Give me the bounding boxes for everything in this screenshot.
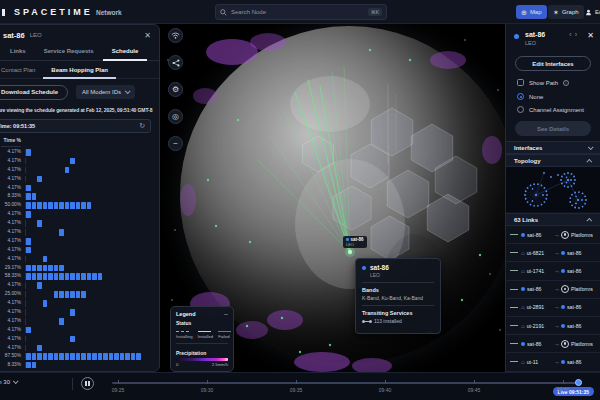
timeline-window-dropdown[interactable]: min 30 [0,379,17,385]
section-topology[interactable]: Topology [506,154,600,167]
map-settings-button[interactable]: ⚙ [168,82,183,97]
legend-status-item: Failed [218,329,231,339]
close-icon[interactable]: ✕ [587,31,594,40]
satellite-dot-icon [561,324,565,328]
recenter-button[interactable]: ◎ [168,109,183,124]
next-icon[interactable]: › [575,31,580,38]
panel-subtitle: LEO [30,32,42,38]
beam-row-time-pct: 4.17% [1,300,21,305]
info-icon: i [563,80,569,86]
refresh-icon[interactable]: ↻ [139,122,145,130]
beam-row-slots [25,193,157,200]
view-toggle-graph[interactable]: ✶ Graph [548,5,584,19]
tab-service-requests[interactable]: Service Requests [35,43,103,61]
beam-slot [70,158,75,165]
tab-links[interactable]: Links [1,43,35,61]
topology-share-button[interactable] [168,55,183,70]
beam-chart-row: 4.17% [0,299,157,308]
link-color-dash [510,325,518,326]
legend-precipitation-label: Precipitation [176,350,228,356]
detail-subtitle: LEO [525,40,536,46]
beam-row-time-pct: 4.17% [1,176,21,181]
download-schedule-button[interactable]: Download Schedule [0,85,68,100]
link-row[interactable]: ⌂ut-6821→sat-86 [506,244,600,262]
beam-slot [26,353,31,360]
transiting-services-value: 113 installed [374,318,402,324]
beam-slot [109,353,114,360]
section-interfaces[interactable]: Interfaces [506,141,600,154]
map-canvas[interactable]: ⚙ ◎ − sat-86 LEO sat-86 LEO Bands K-Band… [160,24,505,372]
timeline-slider[interactable] [112,382,580,384]
beam-chart-row: 4.17% [0,148,157,157]
link-endpoint: sat-86 [521,286,553,292]
satellite-map-label[interactable]: sat-86 LEO [343,236,367,248]
timeline-bar: min 30 Live 09:51:35 09:2509:3009:3509:4… [0,372,600,400]
beam-slot [70,202,75,209]
link-row[interactable]: ⌂ut-11→sat-86 [506,353,600,371]
pause-button[interactable] [81,377,94,390]
edit-interfaces-button[interactable]: Edit Interfaces [515,56,591,71]
beam-slot [26,327,31,334]
beam-row-time-pct: 4.17% [1,211,21,216]
timeline-tick [207,380,208,384]
link-row[interactable]: ⌂ut-2891→sat-86 [506,299,600,317]
subtab-contact-plan[interactable]: Contact Plan [0,62,43,79]
link-color-dash [510,361,518,362]
zoom-out-button[interactable]: − [168,136,183,151]
precip-min: 0 [176,362,178,367]
satellite-dot-icon [362,266,366,270]
beam-slot [59,353,64,360]
beam-row-slots [25,265,157,272]
radio-none[interactable] [517,93,524,100]
beam-slot [59,318,64,325]
transiting-services-label: Transiting Services [362,310,434,316]
terminal-icon: ⌂ [521,323,525,329]
link-endpoint-label: ut-2891 [527,304,545,310]
links-list[interactable]: sat-86→Platforms⌂ut-6821→sat-86⌂ut-1741→… [506,226,600,372]
modem-filter-dropdown[interactable]: All Modem IDs [76,85,135,99]
legend-collapse-button[interactable]: – [224,312,228,316]
timeline-tick [474,380,475,384]
close-icon[interactable]: ✕ [144,31,151,40]
radio-channel-assignment[interactable] [517,106,524,113]
subtab-beam-hopping-plan[interactable]: Beam Hopping Plan [43,62,116,79]
search-input[interactable]: Search Node ⌘K [215,4,387,20]
schedule-time-value: Time: 09:51:35 [0,123,35,129]
legend-status-name: Failed [218,334,231,339]
link-endpoint: sat-86 [521,341,553,347]
link-row[interactable]: ⌂ut-2191→sat-86 [506,317,600,335]
view-toggle-editor[interactable]: Editor [580,5,600,19]
show-path-checkbox[interactable] [517,79,524,86]
link-row[interactable]: sat-86→Platforms [506,281,600,299]
view-toggle-map[interactable]: ⊕ Map [516,5,547,19]
link-row[interactable]: ⌂ut-1741→sat-86 [506,262,600,280]
show-path-option[interactable]: Show Path i [517,79,569,86]
timeline-playhead[interactable] [575,379,582,386]
beam-chart-row: 4.17% [0,237,157,246]
beam-row-time-pct: 4.17% [1,229,21,234]
tab-schedule[interactable]: Schedule [103,43,148,61]
beam-slot [32,202,37,209]
beam-row-slots [25,362,157,368]
see-details-button[interactable]: See Details [515,121,591,136]
link-row[interactable]: sat-86→Platforms [506,335,600,353]
beam-row-slots [25,256,157,263]
beam-slot [76,353,81,360]
option-none[interactable]: None [517,93,543,100]
beam-row-slots [25,167,157,174]
beam-slot [54,265,59,272]
option-channel-assignment[interactable]: Channel Assignment [517,106,584,113]
section-links[interactable]: 63 Links [506,213,600,226]
topology-preview[interactable] [506,167,600,212]
beam-hopping-chart[interactable]: 4.17%4.17%4.17%4.17%4.17%8.33%50.00%4.17… [0,148,157,368]
beam-row-slots [25,185,157,192]
legend-title: Legend [176,311,196,317]
beam-slot [26,247,31,254]
beam-chart-row: 4.17% [0,326,157,335]
graph-icon: ✶ [553,9,559,16]
beam-row-time-pct: 4.17% [1,238,21,243]
coverage-wifi-button[interactable] [168,28,183,43]
time-pct-column-header: Time % [1,137,21,147]
beam-slot [87,353,92,360]
link-row[interactable]: sat-86→Platforms [506,226,600,244]
